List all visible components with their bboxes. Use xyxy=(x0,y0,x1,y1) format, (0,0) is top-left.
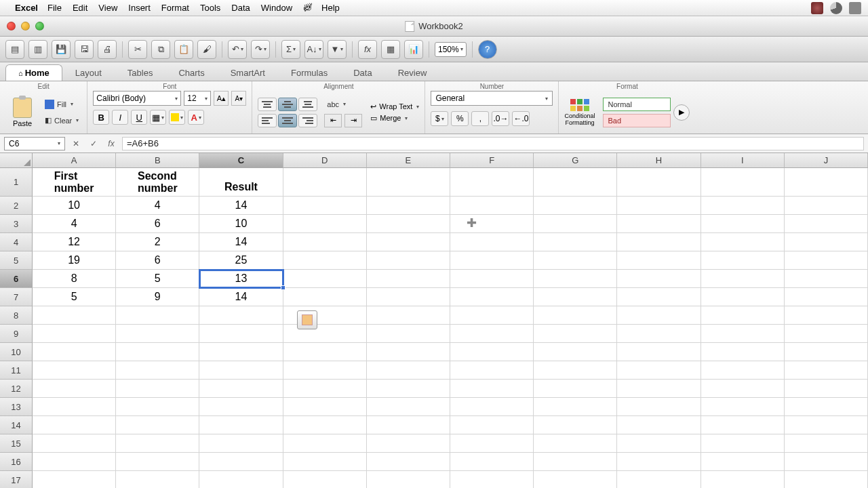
cell-I2[interactable] xyxy=(701,197,785,215)
cell-A9[interactable] xyxy=(33,325,116,343)
cell-A6[interactable]: 8 xyxy=(33,270,116,288)
style-normal[interactable]: Normal xyxy=(603,98,671,111)
cell-G15[interactable] xyxy=(534,434,617,453)
col-header-J[interactable]: J xyxy=(785,153,868,168)
cell-B3[interactable]: 6 xyxy=(116,215,199,233)
cell-G7[interactable] xyxy=(534,288,617,306)
tab-smartart[interactable]: SmartArt xyxy=(218,64,278,81)
increase-indent-button[interactable]: ⇥ xyxy=(344,114,362,127)
cell-E3[interactable] xyxy=(367,215,450,233)
cell-G12[interactable] xyxy=(534,380,617,398)
cell-B2[interactable]: 4 xyxy=(116,197,199,215)
cell-D17[interactable] xyxy=(283,471,367,488)
align-center-button[interactable] xyxy=(278,114,297,127)
cell-D11[interactable] xyxy=(283,361,367,380)
fill-color-button[interactable]: ▾ xyxy=(169,110,185,125)
cells-area[interactable]: FirstnumberSecondnumberResult10414461012… xyxy=(33,168,868,488)
cell-D15[interactable] xyxy=(283,434,367,453)
cell-F3[interactable] xyxy=(450,215,534,233)
cell-F5[interactable] xyxy=(450,251,534,270)
fx-button[interactable]: fx xyxy=(358,40,377,59)
col-header-H[interactable]: H xyxy=(617,153,701,168)
row-header-8[interactable]: 8 xyxy=(0,306,33,325)
cell-J12[interactable] xyxy=(785,380,868,398)
cell-E14[interactable] xyxy=(367,416,450,434)
cell-D4[interactable] xyxy=(283,233,367,251)
cell-H13[interactable] xyxy=(617,398,701,416)
close-window-button[interactable] xyxy=(7,22,16,30)
cell-F17[interactable] xyxy=(450,471,534,488)
col-header-C[interactable]: C xyxy=(199,153,283,168)
help-button[interactable]: ? xyxy=(478,40,497,59)
cell-F12[interactable] xyxy=(450,380,534,398)
row-header-2[interactable]: 2 xyxy=(0,197,33,215)
cell-C11[interactable] xyxy=(199,361,283,380)
styles-more-button[interactable]: ▶ xyxy=(673,104,690,121)
cell-D13[interactable] xyxy=(283,398,367,416)
cell-B16[interactable] xyxy=(116,453,199,471)
cell-G5[interactable] xyxy=(534,251,617,270)
cell-H15[interactable] xyxy=(617,434,701,453)
cell-C7[interactable]: 14 xyxy=(199,288,283,306)
row-header-5[interactable]: 5 xyxy=(0,251,33,270)
cell-H14[interactable] xyxy=(617,416,701,434)
cut-button[interactable]: ✂ xyxy=(128,40,147,59)
cell-D16[interactable] xyxy=(283,453,367,471)
cell-A17[interactable] xyxy=(33,471,116,488)
cell-F8[interactable] xyxy=(450,306,534,325)
cell-E4[interactable] xyxy=(367,233,450,251)
cell-F7[interactable] xyxy=(450,288,534,306)
cell-B11[interactable] xyxy=(116,361,199,380)
cell-E12[interactable] xyxy=(367,380,450,398)
col-header-F[interactable]: F xyxy=(450,153,534,168)
open-button[interactable]: ▥ xyxy=(28,40,47,59)
align-middle-button[interactable] xyxy=(278,98,297,111)
align-left-button[interactable] xyxy=(258,114,277,127)
cell-H12[interactable] xyxy=(617,380,701,398)
cell-A15[interactable] xyxy=(33,434,116,453)
cell-A7[interactable]: 5 xyxy=(33,288,116,306)
cell-B4[interactable]: 2 xyxy=(116,233,199,251)
cell-G17[interactable] xyxy=(534,471,617,488)
cell-G8[interactable] xyxy=(534,306,617,325)
cell-E7[interactable] xyxy=(367,288,450,306)
cell-B12[interactable] xyxy=(116,380,199,398)
cell-H8[interactable] xyxy=(617,306,701,325)
cell-C1[interactable]: Result xyxy=(199,168,283,197)
currency-button[interactable]: $▾ xyxy=(431,111,448,126)
cell-A2[interactable]: 10 xyxy=(33,197,116,215)
cell-J13[interactable] xyxy=(785,398,868,416)
decrease-decimal-button[interactable]: ←.0 xyxy=(512,111,530,126)
cell-G6[interactable] xyxy=(534,270,617,288)
filter-button[interactable]: ▼▾ xyxy=(328,40,347,59)
cell-J7[interactable] xyxy=(785,288,868,306)
grow-font-button[interactable]: A▴ xyxy=(214,91,229,106)
cell-D7[interactable] xyxy=(283,288,367,306)
cell-J14[interactable] xyxy=(785,416,868,434)
cell-A4[interactable]: 12 xyxy=(33,233,116,251)
zoom-window-button[interactable] xyxy=(35,22,44,30)
cell-A16[interactable] xyxy=(33,453,116,471)
row-header-10[interactable]: 10 xyxy=(0,343,33,361)
name-box[interactable]: C6▾ xyxy=(4,137,65,150)
cell-A14[interactable] xyxy=(33,416,116,434)
status-icon-2[interactable] xyxy=(830,2,842,14)
cell-E6[interactable] xyxy=(367,270,450,288)
cell-A5[interactable]: 19 xyxy=(33,251,116,270)
cell-H9[interactable] xyxy=(617,325,701,343)
copy-button[interactable]: ⧉ xyxy=(151,40,170,59)
cell-G10[interactable] xyxy=(534,343,617,361)
formula-input[interactable]: =A6+B6 xyxy=(122,137,864,150)
zoom-combo[interactable]: 150%▾ xyxy=(435,42,467,57)
cell-H16[interactable] xyxy=(617,453,701,471)
autosum-button[interactable]: Σ▾ xyxy=(281,40,300,59)
italic-button[interactable]: I xyxy=(112,110,128,125)
cell-J10[interactable] xyxy=(785,343,868,361)
save-floppy-button[interactable]: 🖫 xyxy=(75,40,94,59)
col-header-A[interactable]: A xyxy=(33,153,116,168)
cell-I7[interactable] xyxy=(701,288,785,306)
cell-D8[interactable] xyxy=(283,306,367,325)
cell-H4[interactable] xyxy=(617,233,701,251)
tab-charts[interactable]: Charts xyxy=(165,64,217,81)
cell-I15[interactable] xyxy=(701,434,785,453)
